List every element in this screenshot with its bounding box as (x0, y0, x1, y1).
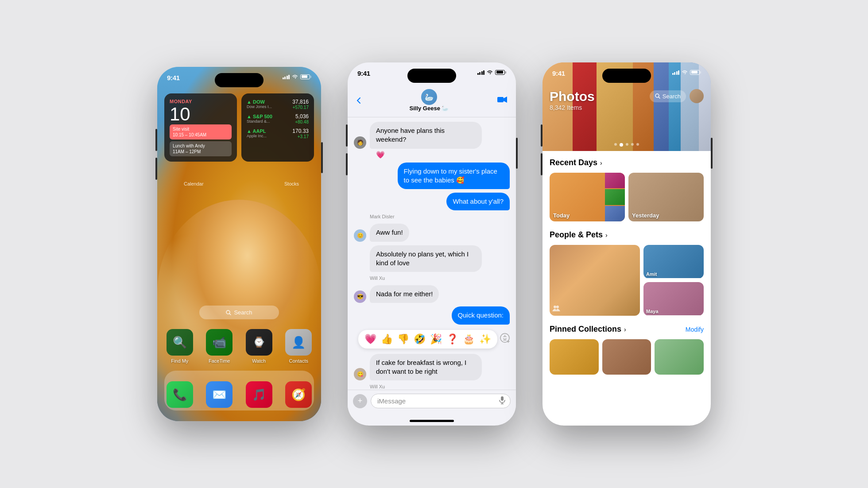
add-reaction-button[interactable] (500, 333, 510, 345)
group-people-icon (552, 305, 560, 311)
emoji-bar[interactable]: 💗 👍 👎 🤣 🎉 ❓ 🎂 ✨ (358, 330, 497, 349)
pinned-card-1[interactable] (550, 339, 599, 375)
today-card[interactable]: Today (550, 173, 625, 221)
compass-app-icon: 🧭 (285, 381, 312, 408)
avatar-cake: 😋 (354, 368, 366, 380)
heart-reaction: 💗 (376, 151, 510, 159)
signal-icon-2 (477, 70, 485, 75)
today-bg: Today (550, 173, 625, 221)
pinned-card-3[interactable] (655, 339, 704, 375)
pinned-card-2[interactable] (602, 339, 651, 375)
battery-icon-3 (690, 70, 701, 75)
amit-card[interactable]: Amit (643, 245, 704, 279)
emoji-laugh[interactable]: 🤣 (414, 333, 426, 345)
bubble-8: If cake for breakfast is wrong, I don't … (370, 354, 482, 381)
svg-point-18 (556, 306, 559, 308)
yesterday-card[interactable]: Yesterday (628, 173, 704, 221)
pinned-title-group: Pinned Collections › (550, 325, 626, 334)
watch-app-icon: ⌚ (246, 329, 272, 356)
stock-row-1: ▲ DOWDow Jones I... 37,816+570.17 (247, 99, 309, 110)
avatar-1: 🧑 (354, 136, 366, 149)
svg-point-17 (554, 306, 556, 308)
status-icons (283, 74, 312, 79)
contacts-icon-wrapper[interactable]: 👤 Contacts (283, 329, 314, 364)
emoji-sparkle[interactable]: ✨ (479, 333, 491, 345)
emoji-thumbsup[interactable]: 👍 (381, 333, 393, 345)
emoji-question[interactable]: ❓ (446, 333, 458, 345)
emoji-cake[interactable]: 🎂 (463, 333, 475, 345)
maya-card[interactable]: Maya (643, 282, 704, 316)
people-main-bg (550, 245, 640, 316)
photos-page-dots (614, 143, 639, 147)
power-button-2[interactable] (516, 138, 518, 169)
photos-count: 8,342 Items (550, 104, 595, 111)
people-title-group: People & Pets › (550, 230, 608, 240)
group-info[interactable]: 🦢 Silly Geese 🦢 (410, 89, 449, 112)
user-avatar[interactable] (690, 89, 704, 103)
recent-days-chevron[interactable]: › (600, 159, 602, 167)
find-my-icon[interactable]: 🔍 Find My (164, 329, 195, 364)
compass-icon-wrapper[interactable]: 🧭 (283, 381, 314, 408)
add-attachment-button[interactable]: + (353, 394, 367, 408)
photos-header-right: Search (650, 89, 704, 103)
photos-title: Photos (550, 89, 595, 104)
music-icon-wrapper[interactable]: 🎵 (244, 381, 275, 408)
photos-screen: 9:41 (542, 62, 711, 426)
mail-icon-wrapper[interactable]: ✉️ (204, 381, 235, 408)
phone-1-frame: 9:41 (157, 67, 321, 421)
pinned-title: Pinned Collections (550, 325, 621, 334)
add-reaction-icon (500, 333, 510, 343)
spotlight-search[interactable]: Search (199, 306, 279, 319)
today-thumbnails (605, 173, 625, 221)
calendar-date: 10 (170, 105, 232, 124)
modify-button[interactable]: Modify (686, 326, 704, 333)
people-chevron[interactable]: › (605, 232, 608, 239)
calendar-widget[interactable]: Monday 10 Site visit 10:15 – 10:45AM Lun… (164, 93, 237, 162)
photos-title-group: Photos 8,342 Items (550, 89, 595, 111)
bubble-4: Aww fun! (370, 224, 409, 241)
mic-button[interactable] (499, 396, 505, 406)
people-pets-header: People & Pets › (550, 230, 704, 240)
search-label-3: Search (663, 93, 681, 100)
back-button[interactable] (356, 97, 361, 104)
search-icon (226, 310, 231, 315)
watch-icon-wrapper[interactable]: ⌚ Watch (244, 329, 275, 364)
photos-search-button[interactable]: Search (650, 90, 686, 102)
recent-days-header: Recent Days › (550, 158, 704, 167)
pinned-grid (550, 339, 704, 375)
back-icon (356, 97, 361, 104)
mail-app-icon: ✉️ (206, 381, 232, 408)
people-group-icon (552, 305, 560, 313)
contacts-app-icon: 👤 (285, 329, 312, 356)
wifi-icon (292, 74, 298, 79)
phone-app-icon: 📞 (167, 381, 193, 408)
photos-body: Recent Days › Today (542, 151, 711, 426)
power-button-3[interactable] (711, 138, 713, 169)
svg-line-1 (229, 314, 231, 315)
recent-days-grid: Today Yesterday (550, 173, 704, 221)
message-input-bar: + iMessage (348, 390, 516, 417)
people-main-card[interactable] (550, 245, 640, 316)
message-6: 😎 Nada for me either! (354, 285, 510, 303)
emoji-thumbsdown[interactable]: 👎 (397, 333, 409, 345)
message-input[interactable]: iMessage (371, 394, 511, 408)
phone-icon-wrapper[interactable]: 📞 (164, 381, 195, 408)
stock-row-2: ▲ S&P 500Standard &... 5,036+80.48 (247, 113, 309, 124)
message-2: Flying down to my sister's place to see … (354, 163, 510, 190)
pinned-chevron[interactable]: › (624, 326, 626, 333)
video-call-button[interactable] (497, 95, 507, 105)
power-button[interactable] (321, 142, 323, 173)
maya-name: Maya (646, 309, 659, 314)
stocks-widget[interactable]: ▲ DOWDow Jones I... 37,816+570.17 ▲ S&P … (241, 93, 314, 162)
people-small-col: Amit Maya (643, 245, 704, 316)
facetime-icon-wrapper[interactable]: 📹 FaceTime (204, 329, 235, 364)
widgets-row: Monday 10 Site visit 10:15 – 10:45AM Lun… (164, 93, 314, 162)
amit-name: Amit (646, 271, 657, 277)
watch-label: Watch (252, 358, 266, 364)
svg-rect-12 (501, 396, 504, 401)
emoji-heart[interactable]: 💗 (364, 333, 376, 345)
group-avatar: 🦢 (421, 89, 437, 105)
dynamic-island-3 (602, 69, 651, 83)
emoji-celebrate[interactable]: 🎉 (430, 333, 442, 345)
message-5: Absolutely no plans yet, which I kind of… (354, 245, 510, 272)
